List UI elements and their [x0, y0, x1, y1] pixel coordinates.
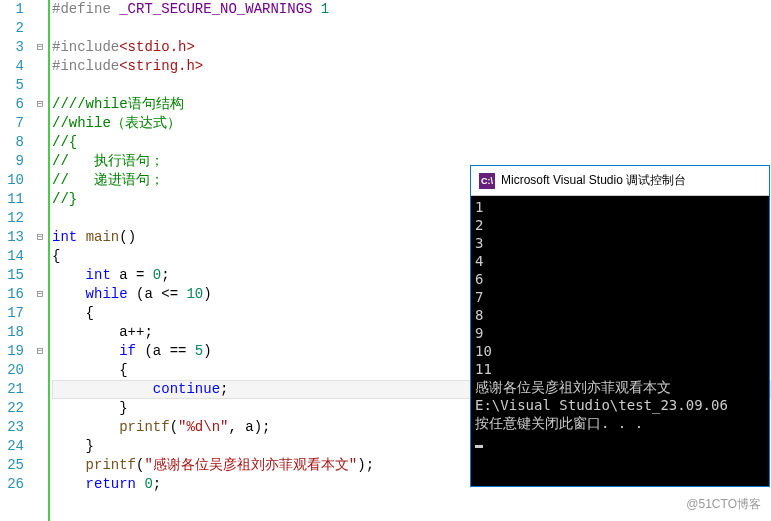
code-line[interactable] [52, 76, 771, 95]
code-line[interactable]: //while（表达式） [52, 114, 771, 133]
line-number: 1 [0, 0, 24, 19]
fold-toggle[interactable]: ⊟ [32, 95, 48, 114]
fold-toggle [32, 456, 48, 475]
line-number: 17 [0, 304, 24, 323]
console-title-text: Microsoft Visual Studio 调试控制台 [501, 172, 686, 189]
line-number: 15 [0, 266, 24, 285]
fold-toggle [32, 171, 48, 190]
line-number: 23 [0, 418, 24, 437]
fold-toggle [32, 76, 48, 95]
line-number: 10 [0, 171, 24, 190]
fold-toggle [32, 209, 48, 228]
code-line[interactable]: #define _CRT_SECURE_NO_WARNINGS 1 [52, 0, 771, 19]
line-number: 5 [0, 76, 24, 95]
cursor-block [475, 445, 483, 448]
line-number: 19 [0, 342, 24, 361]
line-number: 24 [0, 437, 24, 456]
fold-toggle [32, 437, 48, 456]
fold-toggle [32, 190, 48, 209]
line-number: 20 [0, 361, 24, 380]
code-line[interactable]: #include<stdio.h> [52, 38, 771, 57]
code-line[interactable]: #include<string.h> [52, 57, 771, 76]
fold-toggle [32, 152, 48, 171]
fold-toggle [32, 266, 48, 285]
console-output[interactable]: 1 2 3 4 6 7 8 9 10 11 感谢各位吴彦祖刘亦菲观看本文 E:\… [471, 196, 769, 486]
watermark: @51CTO博客 [686, 496, 761, 513]
fold-toggle [32, 0, 48, 19]
line-number: 16 [0, 285, 24, 304]
code-line[interactable]: //{ [52, 133, 771, 152]
console-icon: C:\ [479, 173, 495, 189]
line-number: 25 [0, 456, 24, 475]
fold-toggle [32, 475, 48, 494]
fold-toggle[interactable]: ⊟ [32, 38, 48, 57]
fold-toggle [32, 247, 48, 266]
fold-toggle [32, 380, 48, 399]
line-number: 4 [0, 57, 24, 76]
line-number: 14 [0, 247, 24, 266]
fold-column: ⊟⊟⊟⊟⊟ [32, 0, 48, 521]
fold-toggle[interactable]: ⊟ [32, 228, 48, 247]
line-number: 21 [0, 380, 24, 399]
fold-toggle [32, 304, 48, 323]
fold-toggle [32, 114, 48, 133]
fold-toggle [32, 133, 48, 152]
line-number: 18 [0, 323, 24, 342]
line-number: 11 [0, 190, 24, 209]
line-number: 7 [0, 114, 24, 133]
debug-console-window: C:\ Microsoft Visual Studio 调试控制台 1 2 3 … [470, 165, 770, 487]
fold-toggle [32, 361, 48, 380]
line-number-gutter: 1234567891011121314151617181920212223242… [0, 0, 32, 521]
code-line[interactable]: ////while语句结构 [52, 95, 771, 114]
fold-toggle [32, 19, 48, 38]
line-number: 13 [0, 228, 24, 247]
line-number: 22 [0, 399, 24, 418]
fold-toggle [32, 57, 48, 76]
line-number: 9 [0, 152, 24, 171]
line-number: 8 [0, 133, 24, 152]
console-titlebar[interactable]: C:\ Microsoft Visual Studio 调试控制台 [471, 166, 769, 196]
line-number: 12 [0, 209, 24, 228]
fold-toggle [32, 323, 48, 342]
fold-toggle [32, 399, 48, 418]
code-line[interactable] [52, 19, 771, 38]
fold-toggle [32, 418, 48, 437]
fold-toggle[interactable]: ⊟ [32, 285, 48, 304]
line-number: 2 [0, 19, 24, 38]
fold-toggle[interactable]: ⊟ [32, 342, 48, 361]
line-number: 26 [0, 475, 24, 494]
line-number: 3 [0, 38, 24, 57]
line-number: 6 [0, 95, 24, 114]
